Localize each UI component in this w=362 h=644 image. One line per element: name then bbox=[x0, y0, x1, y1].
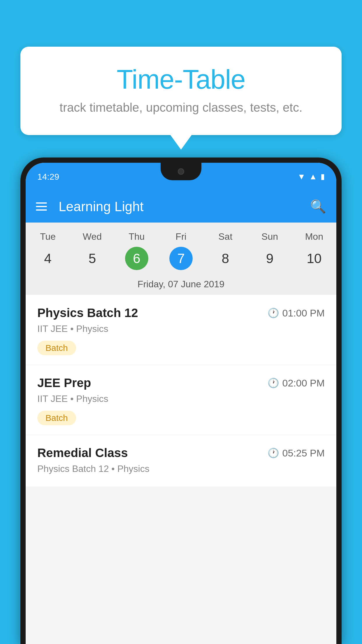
time-text: 02:00 PM bbox=[282, 377, 325, 389]
phone-screen: 14:29 ▼ ▲ ▮ Learning Light 🔍 Tu bbox=[26, 163, 336, 644]
battery-icon: ▮ bbox=[321, 172, 325, 181]
day-num-mon[interactable]: 10 bbox=[303, 247, 326, 270]
speech-bubble: Time-Table track timetable, upcoming cla… bbox=[20, 47, 342, 135]
day-name-fri: Fri bbox=[159, 231, 203, 242]
batch-badge: Batch bbox=[37, 341, 76, 355]
bubble-subtitle: track timetable, upcoming classes, tests… bbox=[44, 101, 318, 115]
schedule-subject: IIT JEE • Physics bbox=[37, 323, 325, 334]
day-name-tue: Tue bbox=[26, 231, 70, 242]
schedule-title: Remedial Class bbox=[37, 446, 128, 460]
day-name-sat: Sat bbox=[203, 231, 247, 242]
day-name-sun: Sun bbox=[247, 231, 292, 242]
day-name-thu: Thu bbox=[115, 231, 159, 242]
bubble-title: Time-Table bbox=[44, 64, 318, 95]
day-col-fri[interactable]: Fri7 bbox=[159, 231, 203, 270]
schedule-item-header: Physics Batch 12🕐01:00 PM bbox=[37, 306, 325, 320]
schedule-item[interactable]: JEE Prep🕐02:00 PMIIT JEE • PhysicsBatch bbox=[26, 365, 336, 435]
clock-icon: 🕐 bbox=[268, 447, 279, 459]
day-col-sun[interactable]: Sun9 bbox=[247, 231, 292, 270]
schedule-subject: IIT JEE • Physics bbox=[37, 393, 325, 404]
wifi-icon: ▼ bbox=[298, 172, 306, 181]
time-text: 01:00 PM bbox=[282, 307, 325, 319]
batch-badge: Batch bbox=[37, 411, 76, 425]
status-time: 14:29 bbox=[37, 172, 59, 182]
signal-icon: ▲ bbox=[309, 172, 317, 181]
days-row: Tue4Wed5Thu6Fri7Sat8Sun9Mon10 bbox=[26, 223, 336, 273]
schedule-list: Physics Batch 12🕐01:00 PMIIT JEE • Physi… bbox=[26, 295, 336, 487]
day-num-thu[interactable]: 6 bbox=[125, 247, 148, 270]
time-text: 05:25 PM bbox=[282, 447, 325, 459]
schedule-item-header: JEE Prep🕐02:00 PM bbox=[37, 376, 325, 390]
schedule-item-header: Remedial Class🕐05:25 PM bbox=[37, 446, 325, 460]
day-name-wed: Wed bbox=[70, 231, 114, 242]
day-col-wed[interactable]: Wed5 bbox=[70, 231, 114, 270]
status-bar: 14:29 ▼ ▲ ▮ bbox=[26, 163, 336, 190]
app-bar: Learning Light 🔍 bbox=[26, 190, 336, 223]
schedule-time: 🕐05:25 PM bbox=[268, 447, 325, 459]
calendar-section: Tue4Wed5Thu6Fri7Sat8Sun9Mon10 Friday, 07… bbox=[26, 223, 336, 295]
menu-icon[interactable] bbox=[36, 202, 47, 211]
clock-icon: 🕐 bbox=[268, 307, 279, 318]
day-col-sat[interactable]: Sat8 bbox=[203, 231, 247, 270]
selected-date-label: Friday, 07 June 2019 bbox=[26, 273, 336, 295]
status-icons: ▼ ▲ ▮ bbox=[298, 172, 325, 181]
phone-frame: 14:29 ▼ ▲ ▮ Learning Light 🔍 Tu bbox=[20, 158, 342, 644]
schedule-title: JEE Prep bbox=[37, 376, 91, 390]
day-col-tue[interactable]: Tue4 bbox=[26, 231, 70, 270]
day-num-wed[interactable]: 5 bbox=[80, 247, 104, 270]
schedule-subject: Physics Batch 12 • Physics bbox=[37, 463, 325, 474]
day-num-sun[interactable]: 9 bbox=[258, 247, 282, 270]
day-num-fri[interactable]: 7 bbox=[169, 247, 193, 270]
notch bbox=[161, 163, 201, 180]
schedule-item[interactable]: Physics Batch 12🕐01:00 PMIIT JEE • Physi… bbox=[26, 295, 336, 365]
schedule-time: 🕐01:00 PM bbox=[268, 307, 325, 319]
day-num-tue[interactable]: 4 bbox=[36, 247, 59, 270]
schedule-title: Physics Batch 12 bbox=[37, 306, 138, 320]
camera bbox=[178, 168, 184, 175]
day-name-mon: Mon bbox=[292, 231, 336, 242]
day-col-thu[interactable]: Thu6 bbox=[115, 231, 159, 270]
search-icon[interactable]: 🔍 bbox=[310, 199, 326, 214]
app-title: Learning Light bbox=[59, 199, 301, 214]
day-col-mon[interactable]: Mon10 bbox=[292, 231, 336, 270]
schedule-time: 🕐02:00 PM bbox=[268, 377, 325, 389]
schedule-item[interactable]: Remedial Class🕐05:25 PMPhysics Batch 12 … bbox=[26, 435, 336, 487]
clock-icon: 🕐 bbox=[268, 377, 279, 388]
day-num-sat[interactable]: 8 bbox=[214, 247, 237, 270]
